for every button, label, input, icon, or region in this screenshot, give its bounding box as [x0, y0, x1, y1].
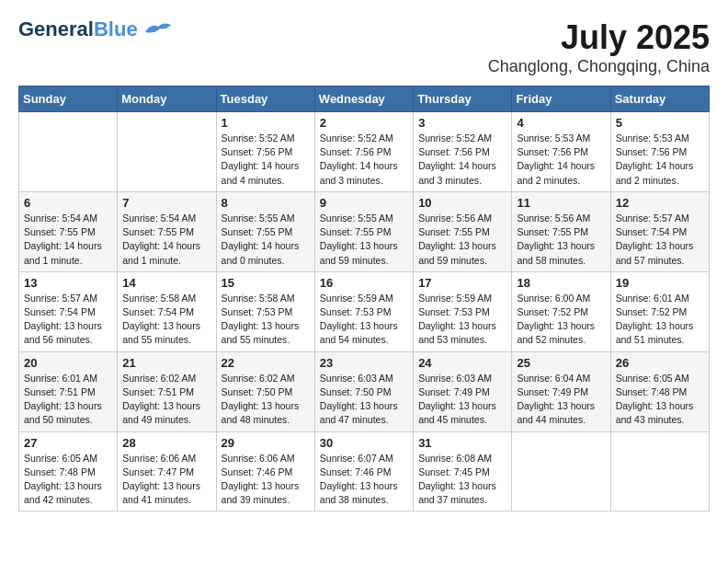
logo: GeneralBlue [18, 18, 171, 40]
title-block: July 2025 Changlong, Chongqing, China [488, 18, 710, 76]
day-number: 6 [24, 196, 112, 210]
day-info: Sunrise: 6:02 AMSunset: 7:51 PMDaylight:… [122, 372, 210, 428]
day-info: Sunrise: 5:52 AMSunset: 7:56 PMDaylight:… [222, 132, 310, 188]
day-number: 3 [418, 116, 506, 130]
day-number: 25 [517, 356, 605, 370]
calendar-cell: 10Sunrise: 5:56 AMSunset: 7:55 PMDayligh… [414, 191, 512, 271]
header-friday: Friday [512, 86, 610, 112]
day-number: 26 [616, 356, 704, 370]
day-info: Sunrise: 5:52 AMSunset: 7:56 PMDaylight:… [320, 132, 408, 188]
day-info: Sunrise: 5:57 AMSunset: 7:54 PMDaylight:… [24, 292, 112, 348]
sub-title: Changlong, Chongqing, China [488, 57, 710, 76]
day-info: Sunrise: 5:59 AMSunset: 7:53 PMDaylight:… [320, 292, 408, 348]
calendar-cell: 25Sunrise: 6:04 AMSunset: 7:49 PMDayligh… [512, 351, 610, 431]
calendar-cell: 15Sunrise: 5:58 AMSunset: 7:53 PMDayligh… [216, 271, 314, 351]
calendar-week-row: 6Sunrise: 5:54 AMSunset: 7:55 PMDaylight… [19, 191, 710, 271]
day-number: 17 [418, 276, 506, 290]
calendar-cell: 28Sunrise: 6:06 AMSunset: 7:47 PMDayligh… [118, 431, 216, 511]
day-number: 5 [616, 116, 704, 130]
day-number: 4 [517, 116, 605, 130]
day-info: Sunrise: 6:02 AMSunset: 7:50 PMDaylight:… [222, 372, 310, 428]
calendar-cell: 7Sunrise: 5:54 AMSunset: 7:55 PMDaylight… [118, 191, 216, 271]
calendar-cell [118, 112, 216, 192]
day-info: Sunrise: 5:56 AMSunset: 7:55 PMDaylight:… [517, 212, 605, 268]
calendar-cell: 16Sunrise: 5:59 AMSunset: 7:53 PMDayligh… [314, 271, 413, 351]
day-info: Sunrise: 6:04 AMSunset: 7:49 PMDaylight:… [517, 372, 605, 428]
day-info: Sunrise: 6:07 AMSunset: 7:46 PMDaylight:… [320, 452, 408, 508]
logo-general: General [18, 17, 94, 40]
calendar-cell: 13Sunrise: 5:57 AMSunset: 7:54 PMDayligh… [19, 271, 118, 351]
day-info: Sunrise: 5:54 AMSunset: 7:55 PMDaylight:… [24, 212, 112, 268]
calendar-cell: 12Sunrise: 5:57 AMSunset: 7:54 PMDayligh… [610, 191, 709, 271]
day-number: 1 [222, 116, 310, 130]
day-number: 24 [418, 356, 506, 370]
calendar-table: SundayMondayTuesdayWednesdayThursdayFrid… [18, 86, 710, 511]
header-tuesday: Tuesday [216, 86, 314, 112]
calendar-cell: 29Sunrise: 6:06 AMSunset: 7:46 PMDayligh… [216, 431, 314, 511]
day-number: 10 [418, 196, 506, 210]
calendar-cell: 18Sunrise: 6:00 AMSunset: 7:52 PMDayligh… [512, 271, 610, 351]
header-sunday: Sunday [19, 86, 118, 112]
day-number: 9 [320, 196, 408, 210]
calendar-cell: 30Sunrise: 6:07 AMSunset: 7:46 PMDayligh… [314, 431, 413, 511]
day-number: 13 [24, 276, 112, 290]
day-info: Sunrise: 5:55 AMSunset: 7:55 PMDaylight:… [222, 212, 310, 268]
day-info: Sunrise: 6:03 AMSunset: 7:49 PMDaylight:… [418, 372, 506, 428]
calendar-cell: 23Sunrise: 6:03 AMSunset: 7:50 PMDayligh… [314, 351, 413, 431]
calendar-cell: 3Sunrise: 5:52 AMSunset: 7:56 PMDaylight… [414, 112, 512, 192]
day-number: 28 [122, 436, 210, 450]
day-number: 2 [320, 116, 408, 130]
calendar-cell: 8Sunrise: 5:55 AMSunset: 7:55 PMDaylight… [216, 191, 314, 271]
calendar-week-row: 1Sunrise: 5:52 AMSunset: 7:56 PMDaylight… [19, 112, 710, 192]
day-number: 7 [122, 196, 210, 210]
day-info: Sunrise: 5:55 AMSunset: 7:55 PMDaylight:… [320, 212, 408, 268]
day-info: Sunrise: 6:00 AMSunset: 7:52 PMDaylight:… [517, 292, 605, 348]
day-number: 30 [320, 436, 408, 450]
calendar-cell: 4Sunrise: 5:53 AMSunset: 7:56 PMDaylight… [512, 112, 610, 192]
calendar-cell: 26Sunrise: 6:05 AMSunset: 7:48 PMDayligh… [610, 351, 709, 431]
day-number: 15 [222, 276, 310, 290]
day-number: 31 [418, 436, 506, 450]
calendar-cell: 11Sunrise: 5:56 AMSunset: 7:55 PMDayligh… [512, 191, 610, 271]
day-number: 11 [517, 196, 605, 210]
calendar-cell: 22Sunrise: 6:02 AMSunset: 7:50 PMDayligh… [216, 351, 314, 431]
day-info: Sunrise: 5:58 AMSunset: 7:54 PMDaylight:… [122, 292, 210, 348]
day-number: 19 [616, 276, 704, 290]
calendar-cell: 27Sunrise: 6:05 AMSunset: 7:48 PMDayligh… [19, 431, 118, 511]
header-saturday: Saturday [610, 86, 709, 112]
calendar-week-row: 20Sunrise: 6:01 AMSunset: 7:51 PMDayligh… [19, 351, 710, 431]
day-number: 12 [616, 196, 704, 210]
day-info: Sunrise: 6:05 AMSunset: 7:48 PMDaylight:… [24, 452, 112, 508]
day-number: 21 [122, 356, 210, 370]
day-number: 14 [122, 276, 210, 290]
day-number: 8 [222, 196, 310, 210]
day-info: Sunrise: 5:58 AMSunset: 7:53 PMDaylight:… [222, 292, 310, 348]
day-info: Sunrise: 5:59 AMSunset: 7:53 PMDaylight:… [418, 292, 506, 348]
day-info: Sunrise: 6:06 AMSunset: 7:46 PMDaylight:… [222, 452, 310, 508]
day-info: Sunrise: 5:56 AMSunset: 7:55 PMDaylight:… [418, 212, 506, 268]
day-number: 20 [24, 356, 112, 370]
calendar-header-row: SundayMondayTuesdayWednesdayThursdayFrid… [19, 86, 710, 112]
day-info: Sunrise: 6:03 AMSunset: 7:50 PMDaylight:… [320, 372, 408, 428]
day-info: Sunrise: 5:53 AMSunset: 7:56 PMDaylight:… [517, 132, 605, 188]
calendar-cell: 20Sunrise: 6:01 AMSunset: 7:51 PMDayligh… [19, 351, 118, 431]
day-info: Sunrise: 6:01 AMSunset: 7:52 PMDaylight:… [616, 292, 704, 348]
day-info: Sunrise: 5:52 AMSunset: 7:56 PMDaylight:… [418, 132, 506, 188]
calendar-cell: 21Sunrise: 6:02 AMSunset: 7:51 PMDayligh… [118, 351, 216, 431]
calendar-cell: 14Sunrise: 5:58 AMSunset: 7:54 PMDayligh… [118, 271, 216, 351]
calendar-cell [19, 112, 118, 192]
calendar-cell: 31Sunrise: 6:08 AMSunset: 7:45 PMDayligh… [414, 431, 512, 511]
day-number: 16 [320, 276, 408, 290]
day-number: 18 [517, 276, 605, 290]
day-info: Sunrise: 5:53 AMSunset: 7:56 PMDaylight:… [616, 132, 704, 188]
calendar-week-row: 27Sunrise: 6:05 AMSunset: 7:48 PMDayligh… [19, 431, 710, 511]
day-number: 29 [222, 436, 310, 450]
calendar-cell: 2Sunrise: 5:52 AMSunset: 7:56 PMDaylight… [314, 112, 413, 192]
calendar-cell: 6Sunrise: 5:54 AMSunset: 7:55 PMDaylight… [19, 191, 118, 271]
page-header: GeneralBlue July 2025 Changlong, Chongqi… [18, 18, 710, 76]
logo-blue: Blue [94, 17, 138, 40]
calendar-cell [610, 431, 709, 511]
day-info: Sunrise: 5:57 AMSunset: 7:54 PMDaylight:… [616, 212, 704, 268]
calendar-cell: 19Sunrise: 6:01 AMSunset: 7:52 PMDayligh… [610, 271, 709, 351]
calendar-cell: 1Sunrise: 5:52 AMSunset: 7:56 PMDaylight… [216, 112, 314, 192]
